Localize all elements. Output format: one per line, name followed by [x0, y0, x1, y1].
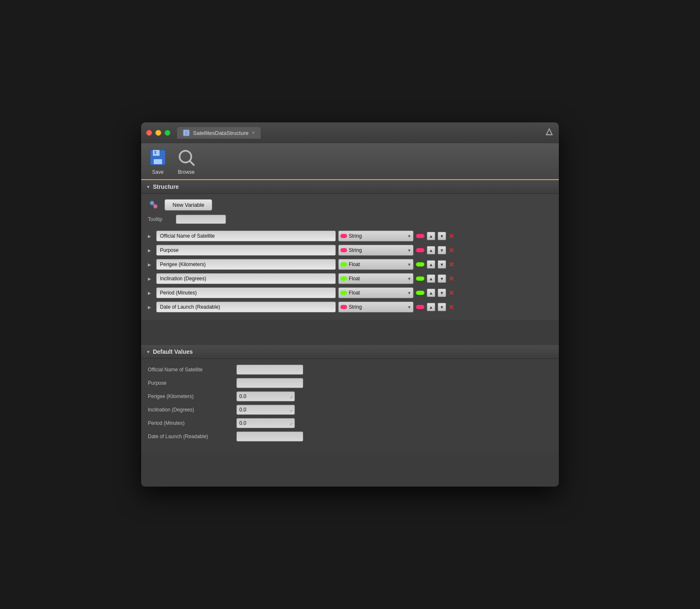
move-down-button[interactable]: ▼ [438, 260, 446, 269]
default-text-input[interactable] [236, 365, 303, 375]
type-color-badge [416, 277, 424, 281]
default-field-label: Perigee (Kilometers) [148, 393, 231, 399]
variable-name-input[interactable] [156, 302, 336, 312]
browse-icon [176, 147, 196, 167]
structure-section: ▼ Structure New Variable Tooltip [141, 180, 559, 320]
type-select[interactable]: String ▼ [338, 245, 413, 256]
structure-section-header: ▼ Structure [141, 180, 559, 194]
variable-row: ▶ String ▼ ▲ ▼ ✕ [148, 244, 552, 256]
remove-variable-button[interactable]: ✕ [449, 289, 454, 297]
move-up-button[interactable]: ▲ [427, 289, 435, 297]
variable-expand-arrow[interactable]: ▶ [148, 262, 154, 267]
tab-satellites-data-structure[interactable]: SatellitesDataStructure × [177, 127, 261, 139]
default-text-input[interactable] [236, 431, 303, 442]
default-field-label: Inclination (Degrees) [148, 407, 231, 413]
type-select[interactable]: Float ▼ [338, 287, 413, 298]
default-value-row: Purpose [148, 378, 552, 388]
type-label: String [349, 233, 406, 239]
tooltip-label: Tooltip [148, 216, 171, 222]
variable-name-input[interactable] [156, 287, 336, 298]
default-values-body: Official Name of Satellite Purpose Perig… [141, 359, 559, 453]
remove-variable-button[interactable]: ✕ [449, 261, 454, 269]
svg-rect-8 [155, 151, 156, 154]
close-button[interactable] [146, 130, 152, 136]
default-text-input[interactable] [236, 378, 303, 388]
browse-button[interactable]: Browse [176, 147, 196, 175]
move-down-button[interactable]: ▼ [438, 246, 446, 254]
variable-expand-arrow[interactable]: ▶ [148, 234, 154, 239]
type-select[interactable]: String ▼ [338, 231, 413, 241]
expand-icon: ⤢ [290, 409, 293, 413]
type-dot [340, 277, 347, 281]
default-number-input[interactable]: 0.0 ⤢ [236, 405, 295, 415]
default-number-input[interactable]: 0.0 ⤢ [236, 391, 295, 401]
tab-label: SatellitesDataStructure [193, 130, 249, 136]
type-dot [340, 262, 347, 266]
maximize-button[interactable] [165, 130, 170, 136]
move-up-button[interactable]: ▲ [427, 274, 435, 283]
variable-name-input[interactable] [156, 273, 336, 284]
default-value-row: Date of Launch (Readable) [148, 431, 552, 442]
default-field-label: Official Name of Satellite [148, 367, 231, 373]
default-field-label: Period (Minutes) [148, 420, 231, 426]
move-up-button[interactable]: ▲ [427, 260, 435, 269]
minimize-button[interactable] [155, 130, 161, 136]
default-values-section-header: ▼ Default Values [141, 345, 559, 359]
save-icon [148, 147, 168, 167]
default-values-collapse-arrow[interactable]: ▼ [146, 350, 150, 354]
type-dropdown-arrow: ▼ [407, 291, 411, 295]
type-select[interactable]: Float ▼ [338, 259, 413, 270]
type-dot [340, 234, 347, 238]
variable-row: ▶ String ▼ ▲ ▼ ✕ [148, 301, 552, 313]
tooltip-row: Tooltip [148, 215, 552, 224]
move-up-button[interactable]: ▲ [427, 303, 435, 311]
tab-close-icon[interactable]: × [252, 130, 255, 136]
default-value-row: Perigee (Kilometers) 0.0 ⤢ [148, 391, 552, 401]
type-label: String [349, 304, 406, 310]
remove-variable-button[interactable]: ✕ [449, 232, 454, 240]
type-select[interactable]: String ▼ [338, 302, 413, 312]
variable-row: ▶ String ▼ ▲ ▼ ✕ [148, 230, 552, 242]
variable-row: ▶ Float ▼ ▲ ▼ ✕ [148, 272, 552, 285]
move-down-button[interactable]: ▼ [438, 303, 446, 311]
remove-variable-button[interactable]: ✕ [449, 303, 454, 311]
default-rows-container: Official Name of Satellite Purpose Perig… [148, 365, 552, 442]
save-button[interactable]: Save [148, 147, 168, 175]
type-dot [340, 305, 347, 309]
variable-expand-arrow[interactable]: ▶ [148, 248, 154, 253]
variable-rows-container: ▶ String ▼ ▲ ▼ ✕ ▶ String ▼ ▲ ▼ ✕ ▶ [148, 230, 552, 313]
default-number-value: 0.0 [239, 393, 246, 399]
remove-variable-button[interactable]: ✕ [449, 246, 454, 254]
tab-bar: SatellitesDataStructure × [177, 127, 261, 139]
default-number-value: 0.0 [239, 407, 246, 413]
variable-row: ▶ Float ▼ ▲ ▼ ✕ [148, 287, 552, 299]
move-up-button[interactable]: ▲ [427, 246, 435, 254]
default-number-input[interactable]: 0.0 ⤢ [236, 418, 295, 428]
corner-icon [545, 127, 554, 139]
structure-collapse-arrow[interactable]: ▼ [146, 185, 150, 189]
type-select[interactable]: Float ▼ [338, 273, 413, 284]
type-label: String [349, 247, 406, 253]
move-down-button[interactable]: ▼ [438, 274, 446, 283]
variable-name-input[interactable] [156, 231, 336, 241]
variable-expand-arrow[interactable]: ▶ [148, 277, 154, 281]
variable-expand-arrow[interactable]: ▶ [148, 291, 154, 295]
type-label: Float [349, 276, 406, 282]
type-color-badge [416, 234, 424, 238]
expand-icon: ⤢ [290, 422, 293, 426]
tooltip-input[interactable] [176, 215, 226, 224]
move-up-button[interactable]: ▲ [427, 232, 435, 240]
variable-expand-arrow[interactable]: ▶ [148, 305, 154, 310]
type-dot [340, 291, 347, 295]
type-dropdown-arrow: ▼ [407, 277, 411, 281]
variable-name-input[interactable] [156, 245, 336, 256]
default-values-title: Default Values [153, 348, 193, 355]
new-variable-button[interactable]: New Variable [165, 199, 212, 211]
main-window: SatellitesDataStructure × Save [141, 122, 559, 487]
default-field-label: Purpose [148, 380, 231, 386]
move-down-button[interactable]: ▼ [438, 289, 446, 297]
remove-variable-button[interactable]: ✕ [449, 275, 454, 283]
variable-name-input[interactable] [156, 259, 336, 270]
move-down-button[interactable]: ▼ [438, 232, 446, 240]
expand-icon: ⤢ [290, 396, 293, 399]
